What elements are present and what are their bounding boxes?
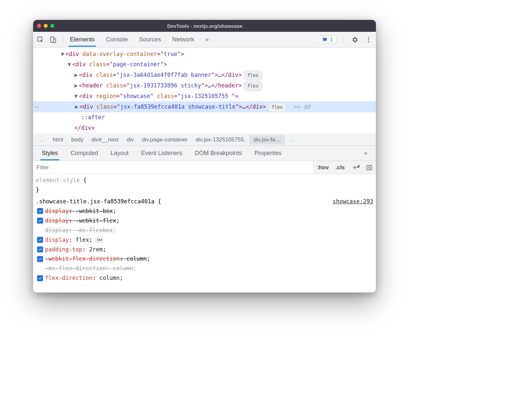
flex-badge[interactable]: flex — [244, 71, 262, 80]
breadcrumb[interactable]: div.page-container — [138, 135, 192, 144]
breadcrumb-overflow-left[interactable]: … — [35, 135, 49, 144]
toolbar-right: 1 — [318, 35, 373, 44]
flex-editor-icon[interactable] — [96, 237, 103, 243]
console-ref: == $0 — [293, 103, 310, 110]
css-property-row[interactable]: -webkit-flex-direction: column; — [36, 254, 373, 264]
issues-icon — [322, 37, 328, 43]
cls-toggle[interactable]: .cls — [332, 161, 348, 174]
title-bar[interactable]: DevTools - nextjs.org/showcase — [33, 20, 376, 32]
styles-pane[interactable]: element.style { } .showcase-title.jsx-fa… — [33, 174, 376, 286]
breadcrumb[interactable]: div — [123, 135, 138, 144]
tab-event-listeners[interactable]: Event Listeners — [140, 146, 183, 160]
property-toggle-checkbox[interactable] — [37, 237, 43, 243]
issues-count: 1 — [330, 37, 333, 43]
source-link[interactable]: showcase:293 — [333, 197, 373, 206]
tab-computed[interactable]: Computed — [69, 146, 99, 160]
main-tabs: Elements Console Sources Network » — [69, 33, 210, 47]
tab-layout[interactable]: Layout — [109, 146, 130, 160]
window-title: DevTools - nextjs.org/showcase — [38, 23, 372, 29]
property-toggle-placeholder — [37, 266, 43, 272]
svg-point-3 — [368, 37, 369, 38]
dom-line[interactable]: ▶<header class="jsx-1931733896 sticky">…… — [33, 80, 376, 91]
css-property-row[interactable]: padding-top: 2rem; — [36, 245, 373, 254]
breadcrumb[interactable]: body — [67, 135, 87, 144]
svg-rect-6 — [367, 165, 372, 170]
dom-line[interactable]: ▼<div class="page-container"> — [33, 59, 376, 70]
css-property-row[interactable]: display: -ms-flexbox; — [36, 226, 373, 235]
property-text[interactable]: display: -webkit-box; — [45, 206, 116, 216]
property-toggle-checkbox[interactable] — [37, 275, 43, 281]
flex-badge[interactable]: flex — [244, 81, 262, 91]
property-text[interactable]: padding-top: 2rem; — [45, 245, 106, 254]
property-text[interactable]: -ms-flex-direction: column; — [45, 264, 136, 273]
elements-tree[interactable]: ▼<div data-overlay-container="true"> ▼<d… — [33, 48, 376, 134]
device-toolbar-icon[interactable] — [48, 35, 58, 44]
settings-gear-icon[interactable] — [350, 35, 359, 44]
devtools-window: DevTools - nextjs.org/showcase Elements … — [33, 20, 376, 292]
property-toggle-checkbox[interactable] — [37, 218, 43, 224]
property-toggle-checkbox[interactable] — [37, 256, 43, 262]
breadcrumb[interactable]: div#__next — [87, 135, 123, 144]
property-text[interactable]: display: -webkit-flex; — [45, 216, 120, 226]
tab-sources[interactable]: Sources — [138, 33, 162, 47]
gutter-ellipsis-icon[interactable]: ⋯ — [33, 101, 41, 112]
tab-elements[interactable]: Elements — [69, 33, 96, 47]
tabs-overflow[interactable]: » — [204, 33, 210, 47]
tab-network[interactable]: Network — [171, 33, 195, 47]
property-text[interactable]: -webkit-flex-direction: column; — [45, 254, 150, 264]
separator — [343, 35, 343, 44]
inspect-element-icon[interactable] — [36, 35, 45, 44]
tab-console[interactable]: Console — [105, 33, 129, 47]
css-property-row[interactable]: flex-direction: column; — [36, 273, 373, 283]
selector[interactable]: .showcase-title.jsx-fa8539efcca401a — [36, 198, 154, 205]
svg-point-5 — [368, 41, 369, 42]
new-style-rule-button[interactable]: ◢ — [348, 161, 363, 174]
tab-styles[interactable]: Styles — [40, 146, 59, 160]
styles-filter-input[interactable] — [33, 161, 313, 174]
css-rule-header[interactable]: .showcase-title.jsx-fa8539efcca401a { sh… — [36, 197, 373, 206]
css-property-row[interactable]: display: flex; — [36, 235, 373, 245]
svg-rect-2 — [53, 39, 56, 42]
hov-toggle[interactable]: :hov — [314, 161, 332, 174]
breadcrumb-bar: … html body div#__next div div.page-cont… — [33, 134, 376, 146]
css-property-row[interactable]: display: -webkit-box; — [36, 206, 373, 216]
property-text[interactable]: display: -ms-flexbox; — [45, 226, 116, 235]
kebab-menu-icon[interactable] — [364, 35, 373, 44]
dom-line[interactable]: ▼<div data-overlay-container="true"> — [33, 49, 376, 59]
property-text[interactable]: flex-direction: column; — [45, 273, 123, 283]
flex-badge[interactable]: flex — [268, 102, 286, 112]
dom-line[interactable]: ▶<div class="jsx-3a64d1ae4f0f7fab banner… — [33, 70, 376, 80]
issues-button[interactable]: 1 — [318, 36, 336, 44]
property-toggle-placeholder — [37, 227, 43, 233]
styles-sidebar-tabs: Styles Computed Layout Event Listeners D… — [33, 146, 376, 161]
tab-properties[interactable]: Properties — [253, 146, 283, 160]
css-property-row[interactable]: -ms-flex-direction: column; — [36, 264, 373, 273]
dom-line[interactable]: ▼<div region="showcase" class="jsx-13251… — [33, 91, 376, 101]
tab-dom-breakpoints[interactable]: DOM Breakpoints — [193, 146, 243, 160]
inline-style-rule[interactable]: element.style { } — [36, 176, 373, 195]
breadcrumb[interactable]: html — [49, 135, 67, 144]
dom-line-selected[interactable]: ⋯ ▶<div class="jsx-fa8539efcca401a showc… — [33, 101, 376, 112]
property-toggle-checkbox[interactable] — [37, 208, 43, 214]
main-toolbar: Elements Console Sources Network » 1 — [33, 32, 376, 48]
styles-tabs-overflow[interactable]: » — [363, 146, 369, 160]
breadcrumb-current[interactable]: div.jsx-fa… — [249, 135, 285, 144]
dom-line[interactable]: </div> — [33, 123, 376, 133]
property-toggle-checkbox[interactable] — [37, 246, 43, 252]
property-text[interactable]: display: flex; — [45, 235, 92, 245]
breadcrumb-overflow-right[interactable]: … — [285, 135, 298, 144]
toggle-computed-sidebar-icon[interactable] — [363, 161, 376, 174]
svg-point-4 — [368, 39, 369, 40]
styles-filter-bar: :hov .cls ◢ — [33, 161, 376, 174]
css-property-row[interactable]: display: -webkit-flex; — [36, 216, 373, 226]
separator — [63, 35, 63, 44]
css-properties: display: -webkit-box;display: -webkit-fl… — [36, 206, 373, 283]
selector: element.style { — [36, 177, 87, 184]
dom-line[interactable]: ::after — [33, 112, 376, 123]
breadcrumb[interactable]: div.jsx-1325105755. — [192, 135, 250, 144]
